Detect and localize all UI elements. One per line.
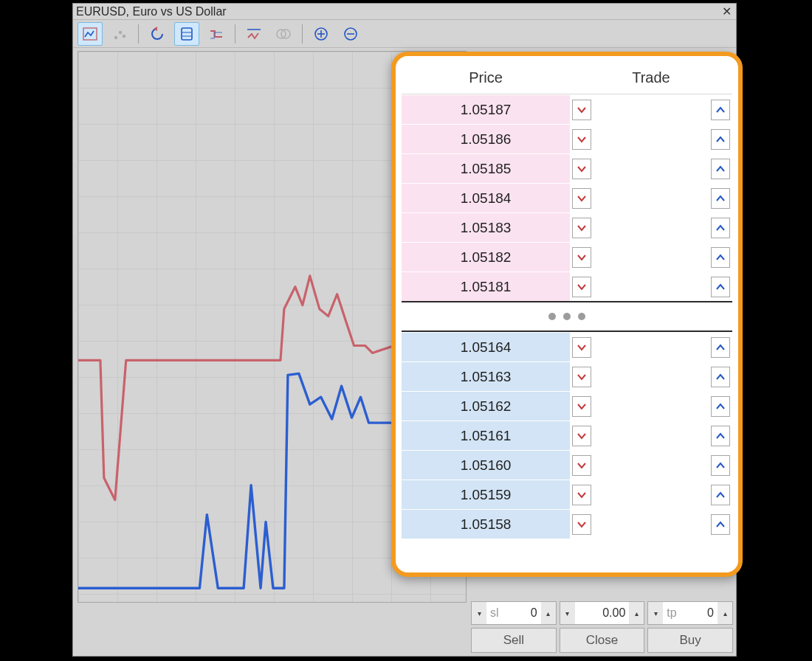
- buy-at-price-button[interactable]: [711, 277, 730, 297]
- minus-icon[interactable]: [338, 22, 363, 46]
- dom-icon[interactable]: [174, 22, 199, 46]
- sell-at-price-button[interactable]: [572, 514, 591, 535]
- sell-at-price-button[interactable]: [572, 129, 591, 150]
- trade-cell: [570, 154, 732, 183]
- buy-at-price-button[interactable]: [711, 485, 730, 505]
- buy-at-price-button[interactable]: [711, 218, 730, 238]
- sell-at-price-button[interactable]: [572, 277, 591, 297]
- spread-icon[interactable]: [204, 22, 229, 46]
- buy-at-price-button[interactable]: [711, 514, 730, 535]
- trade-buttons: Sell Close Buy: [471, 628, 733, 653]
- price-cell: 1.05161: [402, 421, 570, 450]
- sell-button[interactable]: Sell: [471, 628, 557, 653]
- trade-cell: [570, 243, 732, 271]
- separator: [235, 24, 235, 44]
- sell-at-price-button[interactable]: [572, 218, 591, 238]
- dom-row: 1.05184: [402, 183, 732, 212]
- trade-cell: [570, 480, 732, 509]
- dom-header: Price Trade: [402, 62, 732, 94]
- dom-row: 1.05160: [402, 450, 732, 480]
- trade-cell: [570, 333, 732, 361]
- toolbar: [73, 20, 736, 48]
- buy-at-price-button[interactable]: [711, 247, 730, 268]
- sell-at-price-button[interactable]: [572, 426, 591, 446]
- oscillator-icon[interactable]: [241, 22, 266, 46]
- dot-icon: [563, 313, 571, 320]
- trade-cell: [570, 421, 732, 450]
- sell-at-price-button[interactable]: [572, 396, 591, 417]
- trade-header: Trade: [570, 62, 732, 94]
- trade-cell: [570, 362, 732, 391]
- trade-cell: [570, 95, 732, 124]
- buy-at-price-button[interactable]: [711, 188, 730, 209]
- buy-at-price-button[interactable]: [711, 100, 730, 120]
- dom-row: 1.05181: [402, 271, 732, 301]
- buy-at-price-button[interactable]: [711, 396, 730, 417]
- dot-icon: [578, 313, 585, 320]
- dom-row: 1.05162: [402, 391, 732, 421]
- sell-at-price-button[interactable]: [572, 485, 591, 505]
- price-cell: 1.05160: [402, 451, 570, 480]
- price-cell: 1.05159: [402, 480, 570, 509]
- sell-at-price-button[interactable]: [572, 247, 591, 268]
- trade-cell: [570, 125, 732, 153]
- trade-cell: [570, 272, 732, 301]
- sl-stepper[interactable]: ▾ sl0 ▴: [471, 601, 557, 625]
- sell-at-price-button[interactable]: [572, 100, 591, 120]
- tick-chart-icon[interactable]: [78, 22, 103, 46]
- sell-at-price-button[interactable]: [572, 188, 591, 209]
- price-cell: 1.05182: [402, 243, 570, 271]
- chevron-down-icon[interactable]: ▾: [560, 602, 575, 624]
- buy-at-price-button[interactable]: [711, 159, 730, 179]
- refresh-icon[interactable]: [145, 22, 170, 46]
- window-title: EURUSD, Euro vs US Dollar: [76, 5, 721, 18]
- dom-row: 1.05183: [402, 212, 732, 242]
- buy-at-price-button[interactable]: [711, 455, 730, 476]
- chevron-down-icon[interactable]: ▾: [648, 602, 663, 624]
- trade-cell: [570, 451, 732, 480]
- tp-field[interactable]: tp0: [663, 602, 718, 624]
- separator: [302, 24, 303, 44]
- chevron-up-icon[interactable]: ▴: [541, 602, 556, 624]
- dom-row: 1.05159: [402, 480, 732, 509]
- chevron-down-icon[interactable]: ▾: [472, 602, 486, 624]
- price-header: Price: [402, 62, 570, 94]
- close-button[interactable]: Close: [560, 628, 645, 653]
- sl-field[interactable]: sl0: [486, 602, 541, 624]
- plus-icon[interactable]: [309, 22, 334, 46]
- volume-field[interactable]: 0.00: [575, 602, 630, 624]
- volume-stepper[interactable]: ▾ 0.00 ▴: [560, 601, 645, 625]
- dom-popup: Price Trade 1.051871.051861.051851.05184…: [391, 52, 743, 577]
- sell-at-price-button[interactable]: [572, 367, 591, 387]
- sell-at-price-button[interactable]: [572, 337, 591, 358]
- buy-at-price-button[interactable]: [711, 337, 730, 358]
- svg-rect-4: [182, 28, 192, 40]
- price-cell: 1.05164: [402, 333, 570, 361]
- trade-cell: [570, 392, 732, 421]
- dom-row: 1.05163: [402, 361, 732, 391]
- dom-row: 1.05187: [402, 94, 732, 124]
- price-cell: 1.05185: [402, 154, 570, 183]
- dom-row: 1.05186: [402, 124, 732, 153]
- price-cell: 1.05186: [402, 125, 570, 153]
- dom-row: 1.05161: [402, 421, 732, 450]
- chevron-up-icon[interactable]: ▴: [629, 602, 644, 624]
- price-cell: 1.05181: [402, 272, 570, 301]
- buy-button[interactable]: Buy: [647, 628, 733, 653]
- svg-point-1: [114, 35, 117, 38]
- buy-at-price-button[interactable]: [711, 129, 730, 150]
- dom-row: 1.05182: [402, 242, 732, 271]
- chevron-up-icon[interactable]: ▴: [718, 602, 732, 624]
- sell-at-price-button[interactable]: [572, 159, 591, 179]
- scatter-icon: [107, 22, 132, 46]
- price-cell: 1.05187: [402, 95, 570, 124]
- trade-cell: [570, 510, 732, 539]
- close-icon[interactable]: ✕: [721, 7, 732, 17]
- buy-at-price-button[interactable]: [711, 426, 730, 446]
- buy-at-price-button[interactable]: [711, 367, 730, 387]
- overlay-icon: [271, 22, 296, 46]
- tp-stepper[interactable]: ▾ tp0 ▴: [647, 601, 733, 625]
- dom-row: 1.05158: [402, 509, 732, 539]
- sell-at-price-button[interactable]: [572, 455, 591, 476]
- order-inputs: ▾ sl0 ▴ ▾ 0.00 ▴ ▾ tp0 ▴: [471, 601, 733, 625]
